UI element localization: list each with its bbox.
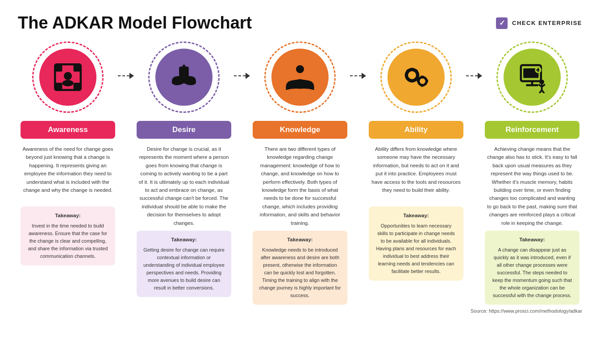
awareness-circle-inner: [39, 49, 96, 106]
svg-rect-4: [74, 83, 81, 90]
knowledge-icon: [284, 61, 316, 93]
svg-point-13: [421, 79, 424, 83]
awareness-takeaway-box: Takeaway: Invest in the time needed to b…: [21, 207, 115, 265]
reinforcement-takeaway-box: Takeaway: A change can disappear just as…: [485, 231, 579, 305]
flowchart-row: Awareness Awareness of the need for chan…: [18, 41, 582, 305]
svg-rect-17: [417, 74, 419, 77]
arrow-4: [466, 41, 482, 79]
dashed-line-1: [118, 75, 129, 76]
svg-point-9: [296, 65, 304, 73]
source-text: Source: https://www.prosci.com/methodolo…: [18, 308, 582, 314]
knowledge-label: Knowledge: [253, 121, 347, 139]
reinforcement-description: Achieving change means that the change a…: [485, 145, 579, 227]
desire-takeaway-box: Takeaway: Getting desire for change can …: [137, 231, 231, 297]
svg-point-11: [410, 73, 415, 78]
svg-rect-24: [417, 79, 419, 82]
desire-description: Desire for change is crucial, as it repr…: [137, 145, 231, 227]
dashed-line-4: [466, 75, 478, 76]
brand-label: CHECK ENTERPRISE: [512, 20, 582, 26]
reinforcement-icon: [516, 61, 548, 93]
ability-label: Ability: [369, 121, 463, 139]
reinforcement-label: Reinforcement: [485, 121, 579, 139]
knowledge-circle-outer: [264, 41, 336, 113]
dashed-line-3: [350, 75, 362, 76]
svg-rect-2: [74, 64, 81, 71]
knowledge-circle-inner: [271, 49, 329, 106]
knowledge-takeaway-box: Takeaway: Knowledge needs to be introduc…: [253, 231, 347, 305]
brand-icon: ✓: [496, 17, 508, 29]
step-awareness: Awareness Awareness of the need for chan…: [18, 41, 118, 265]
step-reinforcement: Reinforcement Achieving change means tha…: [482, 41, 582, 305]
svg-rect-25: [426, 79, 428, 82]
svg-rect-16: [405, 74, 407, 77]
knowledge-takeaway-text: Knowledge needs to be introduced after a…: [259, 247, 341, 298]
arrow-1: [118, 41, 134, 79]
reinforcement-takeaway-text: A change can disappear just as quickly a…: [492, 247, 572, 298]
knowledge-description: There are two different types of knowled…: [253, 145, 347, 227]
reinforcement-circle-inner: [504, 49, 561, 106]
awareness-circle-outer: [32, 41, 104, 113]
awareness-takeaway-text: Invest in the time needed to build aware…: [28, 223, 108, 259]
ability-icon: [400, 61, 432, 93]
dashed-arrow-1: [118, 73, 134, 79]
ability-description: Ability differs from knowledge where som…: [369, 145, 463, 203]
arrow-2: [234, 41, 250, 79]
desire-icon: [168, 61, 200, 93]
svg-rect-3: [55, 83, 62, 90]
svg-rect-15: [410, 80, 413, 82]
desire-takeaway-title: Takeaway:: [143, 236, 225, 244]
page-title: The ADKAR Model Flowchart: [18, 13, 252, 33]
reinforcement-takeaway-title: Takeaway:: [491, 236, 573, 244]
arrow-3: [350, 41, 366, 79]
awareness-description: Awareness of the need for change goes be…: [21, 145, 115, 203]
desire-label: Desire: [137, 121, 231, 139]
svg-rect-14: [410, 68, 413, 70]
knowledge-takeaway-title: Takeaway:: [259, 236, 341, 244]
desire-circle-outer: [148, 41, 220, 113]
desire-circle-inner: [155, 49, 212, 106]
svg-point-5: [64, 72, 72, 80]
arrowhead-4: [478, 73, 482, 79]
awareness-takeaway-title: Takeaway:: [27, 212, 109, 220]
arrowhead-2: [246, 73, 250, 79]
ability-takeaway-box: Takeaway: Opportunities to learn necessa…: [369, 207, 463, 281]
step-desire: Desire Desire for change is crucial, as …: [134, 41, 234, 297]
step-knowledge: Knowledge There are two different types …: [250, 41, 350, 305]
awareness-label: Awareness: [21, 121, 115, 139]
arrowhead-3: [362, 73, 366, 79]
svg-point-6: [62, 80, 73, 86]
svg-line-36: [542, 90, 544, 93]
svg-rect-7: [179, 67, 189, 77]
desire-takeaway-text: Getting desire for change can require co…: [143, 247, 225, 290]
arrowhead-1: [129, 73, 134, 79]
dashed-arrow-3: [350, 73, 366, 79]
page-header: The ADKAR Model Flowchart ✓ CHECK ENTERP…: [18, 13, 582, 33]
step-ability: Ability Ability differs from knowledge w…: [366, 41, 466, 281]
ability-circle-inner: [388, 49, 445, 106]
svg-rect-1: [55, 64, 62, 71]
ability-takeaway-text: Opportunities to learn necessary skills …: [376, 223, 456, 274]
svg-point-31: [539, 79, 544, 84]
svg-rect-22: [421, 75, 423, 77]
reinforcement-circle-outer: [496, 41, 568, 113]
svg-marker-8: [182, 64, 187, 66]
dashed-arrow-2: [234, 73, 250, 79]
brand-area: ✓ CHECK ENTERPRISE: [496, 17, 582, 29]
ability-circle-outer: [380, 41, 452, 113]
dashed-line-2: [234, 75, 246, 76]
dashed-arrow-4: [466, 73, 482, 79]
svg-rect-23: [421, 85, 423, 87]
ability-takeaway-title: Takeaway:: [375, 212, 457, 220]
awareness-icon: [52, 61, 84, 93]
